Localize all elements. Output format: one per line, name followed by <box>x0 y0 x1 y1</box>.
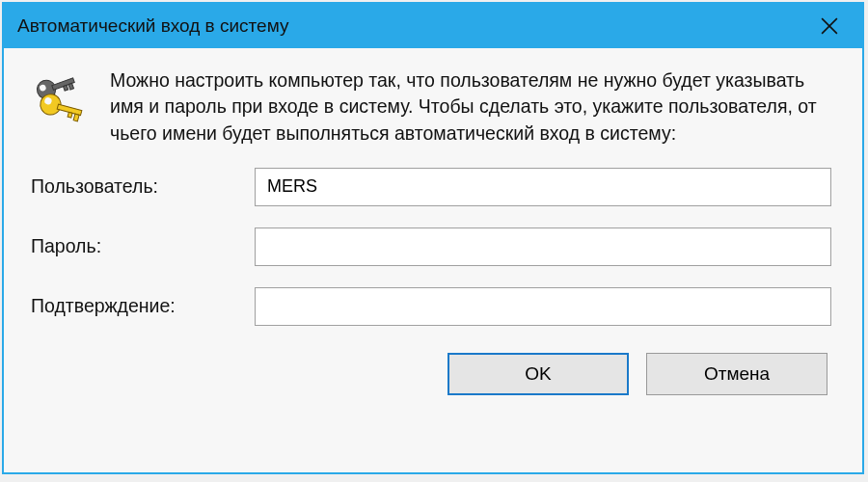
window-title: Автоматический вход в систему <box>17 15 800 37</box>
close-icon <box>821 17 838 35</box>
dialog-window: Автоматический вход в систему <box>2 2 864 474</box>
titlebar: Автоматический вход в систему <box>4 4 862 48</box>
confirm-label: Подтверждение: <box>31 295 255 317</box>
keys-icon <box>31 67 93 147</box>
svg-rect-5 <box>68 83 74 90</box>
confirm-input[interactable] <box>255 287 831 326</box>
description-text: Можно настроить компьютер так, что польз… <box>110 67 831 147</box>
intro-section: Можно настроить компьютер так, что польз… <box>31 67 831 147</box>
close-button[interactable] <box>800 4 858 48</box>
password-row: Пароль: <box>31 228 831 266</box>
dialog-body: Можно настроить компьютер так, что польз… <box>4 48 862 413</box>
password-label: Пароль: <box>31 235 255 257</box>
svg-rect-11 <box>68 112 72 118</box>
cancel-button[interactable]: Отмена <box>646 353 827 395</box>
svg-rect-10 <box>73 114 79 121</box>
confirm-row: Подтверждение: <box>31 287 831 326</box>
button-row: OK Отмена <box>31 353 831 395</box>
password-input[interactable] <box>255 228 831 266</box>
user-row: Пользователь: <box>31 168 831 206</box>
user-input[interactable] <box>255 168 831 206</box>
user-label: Пользователь: <box>31 175 255 198</box>
svg-rect-6 <box>63 85 68 91</box>
ok-button[interactable]: OK <box>448 353 629 395</box>
